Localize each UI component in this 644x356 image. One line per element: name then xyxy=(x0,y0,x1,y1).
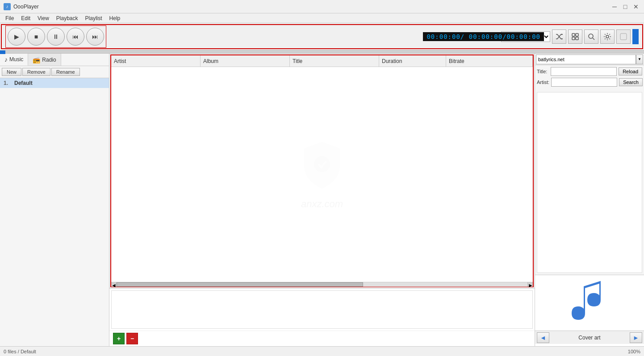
col-artist[interactable]: Artist xyxy=(111,55,201,67)
content-area: ♪ Music 📻 Radio New Remove Rename 1. Def… xyxy=(0,54,644,346)
progress-indicator xyxy=(0,50,5,54)
title-input[interactable] xyxy=(551,67,617,76)
search-icon-button[interactable] xyxy=(584,29,598,44)
col-bitrate[interactable]: Bitrate xyxy=(446,55,533,67)
col-duration[interactable]: Duration xyxy=(379,55,446,67)
minimize-button[interactable]: ─ xyxy=(610,2,619,11)
search-button[interactable]: Search xyxy=(619,78,643,86)
play-button[interactable]: ▶ xyxy=(8,28,25,46)
menu-playback[interactable]: Playback xyxy=(53,14,82,22)
col-title[interactable]: Title xyxy=(290,55,379,67)
artist-input[interactable] xyxy=(551,78,617,87)
col-album[interactable]: Album xyxy=(201,55,290,67)
add-lyrics-button[interactable]: + xyxy=(113,333,125,344)
svg-point-4 xyxy=(589,34,593,38)
rename-playlist-button[interactable]: Rename xyxy=(51,68,80,76)
svg-line-5 xyxy=(593,38,594,40)
status-bar: 0 files / Default 100% xyxy=(0,346,644,356)
app-title: OooPlayer xyxy=(13,4,610,10)
svg-rect-1 xyxy=(576,34,578,36)
menu-file[interactable]: File xyxy=(2,14,17,22)
transport-controls: ▶ ■ ⏸ ⏮ ⏭ xyxy=(5,25,106,48)
track-scrollbar: ◄ ► xyxy=(111,282,533,286)
settings-icon-button[interactable] xyxy=(600,29,615,44)
music-tab-label: Music xyxy=(9,56,23,63)
cover-art-area: ◄ Cover art ► xyxy=(535,275,644,346)
status-zoom: 100% xyxy=(628,349,640,354)
svg-rect-2 xyxy=(572,37,575,40)
new-playlist-button[interactable]: New xyxy=(2,68,21,76)
svg-rect-3 xyxy=(576,37,578,40)
title-form-row: Title: Reload xyxy=(537,67,642,76)
window-controls: ─ □ ✕ xyxy=(610,2,640,11)
stop-button[interactable]: ■ xyxy=(27,28,45,46)
remove-playlist-button[interactable]: Remove xyxy=(22,68,50,76)
toolbar: ▶ ■ ⏸ ⏮ ⏭ 00:00:00/ 00:00:00/00:00:00 No… xyxy=(1,24,643,49)
svg-rect-7 xyxy=(620,34,627,40)
track-table-body: anxz.com xyxy=(111,67,533,282)
svg-rect-0 xyxy=(572,34,575,36)
lyrics-url-bar: ▼ xyxy=(535,54,644,65)
playlist-list: 1. Default xyxy=(0,78,109,346)
menu-bar: File Edit View Playback Playlist Help xyxy=(0,13,644,23)
status-text: 0 files / Default xyxy=(4,349,628,354)
sidebar-tabs: ♪ Music 📻 Radio xyxy=(0,54,109,66)
menu-view[interactable]: View xyxy=(34,14,53,22)
toolbar-right: 00:00:00/ 00:00:00/00:00:00 Normal Repea… xyxy=(501,29,639,44)
next-button[interactable]: ⏭ xyxy=(86,28,104,46)
sidebar: ♪ Music 📻 Radio New Remove Rename 1. Def… xyxy=(0,54,109,346)
app-body: ▶ ■ ⏸ ⏮ ⏭ 00:00:00/ 00:00:00/00:00:00 No… xyxy=(0,23,644,356)
svg-point-6 xyxy=(606,35,609,38)
shuffle-icon-button[interactable] xyxy=(552,29,566,44)
app-icon: ♪ xyxy=(4,3,11,10)
menu-playlist[interactable]: Playlist xyxy=(82,14,106,22)
pause-button[interactable]: ⏸ xyxy=(47,28,65,46)
playlist-item-name: Default xyxy=(14,80,33,86)
scroll-right-btn[interactable]: ► xyxy=(527,282,533,287)
blue-accent-bar xyxy=(632,29,639,44)
radio-tab-icon: 📻 xyxy=(33,56,40,63)
playlist-item-num: 1. xyxy=(4,80,13,86)
music-tab-icon: ♪ xyxy=(4,56,8,63)
sidebar-tab-radio[interactable]: 📻 Radio xyxy=(28,54,61,66)
fit-window-icon-button[interactable] xyxy=(568,29,582,44)
music-note-icon xyxy=(572,277,607,331)
lyrics-area[interactable] xyxy=(111,290,533,329)
prev-button[interactable]: ⏮ xyxy=(67,28,84,46)
progress-bar[interactable] xyxy=(0,50,644,54)
menu-help[interactable]: Help xyxy=(106,14,124,22)
sidebar-tab-music[interactable]: ♪ Music xyxy=(0,54,28,66)
reload-button[interactable]: Reload xyxy=(619,67,642,75)
track-table-header: Artist Album Title Duration Bitrate xyxy=(111,55,533,67)
cover-next-button[interactable]: ► xyxy=(630,332,642,343)
watermark-text: anxz.com xyxy=(295,198,349,209)
playlist-item[interactable]: 1. Default xyxy=(0,78,109,88)
artist-form-row: Artist: Search xyxy=(537,78,642,87)
svg-point-8 xyxy=(314,156,330,172)
lyrics-controls: + − xyxy=(109,331,535,346)
menu-edit[interactable]: Edit xyxy=(17,14,34,22)
bottom-panel: + − xyxy=(109,288,535,346)
scroll-track[interactable] xyxy=(117,282,527,287)
skin-icon-button[interactable] xyxy=(616,29,631,44)
cover-art-label: Cover art xyxy=(549,335,630,341)
time-display: 00:00:00/ 00:00:00/00:00:00 xyxy=(423,32,544,41)
lyrics-url-input[interactable] xyxy=(536,54,636,64)
maximize-button[interactable]: □ xyxy=(621,2,630,11)
main-track-area: Artist Album Title Duration Bitrate xyxy=(110,54,534,287)
watermark: anxz.com xyxy=(295,139,349,209)
sidebar-actions: New Remove Rename xyxy=(0,66,109,78)
cover-art-controls: ◄ Cover art ► xyxy=(535,331,644,344)
scroll-left-btn[interactable]: ◄ xyxy=(111,282,117,287)
title-label: Title: xyxy=(537,69,549,74)
close-button[interactable]: ✕ xyxy=(631,2,640,11)
radio-tab-label: Radio xyxy=(42,57,56,63)
right-panel: ▼ Title: Reload Artist: Search xyxy=(535,54,644,346)
artist-label: Artist: xyxy=(537,80,549,85)
lyrics-search-form: Title: Reload Artist: Search xyxy=(535,65,644,90)
cover-prev-button[interactable]: ◄ xyxy=(537,332,549,343)
scrollbar-thumb[interactable] xyxy=(117,282,363,287)
lyrics-result-area xyxy=(537,92,642,273)
lyrics-url-dropdown[interactable]: ▼ xyxy=(636,54,643,64)
remove-lyrics-button[interactable]: − xyxy=(126,333,138,344)
